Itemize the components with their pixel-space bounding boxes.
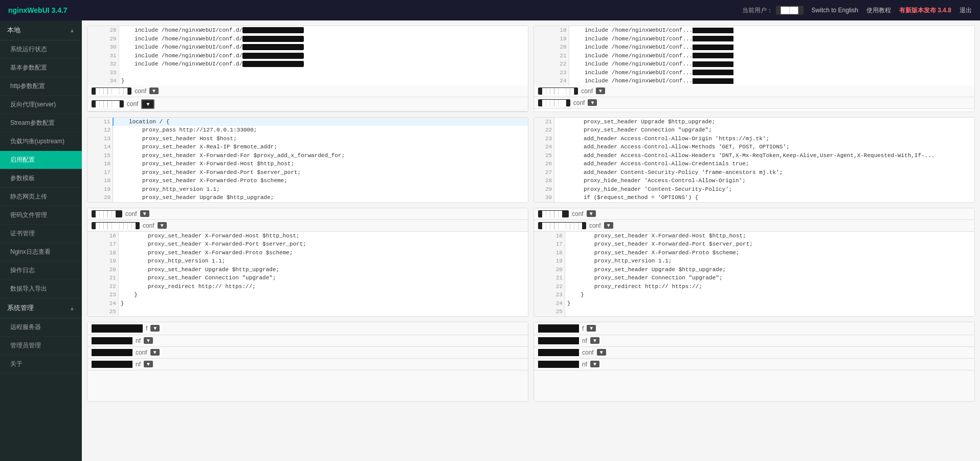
- panel-dropdown-btn-2[interactable]: ▼: [141, 99, 154, 109]
- sidebar-item-stream-config[interactable]: Stream参数配置: [0, 114, 82, 133]
- chevron-up-icon: ▲: [70, 28, 75, 33]
- panel-name-redacted-2: ██████: [92, 100, 124, 107]
- table-row: 20 proxy_set_header Upgrade $http_upgrad…: [87, 266, 528, 274]
- panel-name-redacted-1: ████████: [92, 87, 131, 95]
- panel-subheader-right: ██████ conf ▼: [534, 97, 974, 109]
- sidebar-item-op-log[interactable]: 操作日志: [0, 261, 82, 280]
- panel-name-redacted-14: [538, 337, 579, 344]
- conf-label-10: nf: [136, 337, 141, 344]
- header-user: 当前用户： ████: [742, 6, 804, 15]
- table-row: 12 proxy_pass http://127.0.0.1:33000;: [87, 126, 528, 135]
- code-area-mid-right[interactable]: 21 proxy_set_header Upgrade $http_upgrad…: [534, 118, 974, 202]
- panel-subheader-second-right: ██████████ conf ▼: [534, 220, 974, 232]
- sidebar-section-system-label: 系统管理: [7, 303, 34, 313]
- new-version-btn[interactable]: 有新版本发布 3.4.8: [899, 6, 951, 15]
- panel-name-redacted-10: [92, 337, 132, 344]
- panel-dropdown-btn-11[interactable]: ▼: [150, 349, 160, 356]
- panel-header-bottom-left-4: nf ▼: [87, 359, 528, 370]
- sidebar-item-remote-server[interactable]: 远程服务器: [0, 318, 82, 337]
- panel-dropdown-btn-13[interactable]: ▼: [587, 325, 596, 332]
- sidebar-item-basic-config[interactable]: 基本参数配置: [0, 59, 82, 77]
- sidebar-item-param-template[interactable]: 参数模板: [0, 169, 82, 188]
- sidebar-item-cert-mgmt[interactable]: 证书管理: [0, 225, 82, 243]
- table-row: 25: [87, 308, 528, 316]
- table-row: 28 include /home/nginxWebUI/conf.d/: [87, 26, 528, 35]
- panel-second-right: █████ conf ▼ ██████████ conf ▼ 16 proxy_…: [533, 208, 975, 317]
- sidebar-item-load-balance[interactable]: 负载均衡(upstream): [0, 133, 82, 151]
- panel-dropdown-btn-16[interactable]: ▼: [590, 361, 599, 367]
- sidebar-section-system[interactable]: 系统管理 ▲: [0, 298, 82, 318]
- sidebar-item-about[interactable]: 关于: [0, 355, 82, 374]
- logout-btn[interactable]: 退出: [960, 6, 972, 15]
- sidebar-item-password-mgmt[interactable]: 密码文件管理: [0, 206, 82, 225]
- panel-dropdown-btn-8[interactable]: ▼: [604, 222, 613, 229]
- panel-header-top-left: ████████ conf ▼: [87, 85, 528, 97]
- conf-label-11: conf: [136, 349, 147, 356]
- table-row: 17 proxy_set_header X-Forwarded-Port $se…: [87, 168, 528, 177]
- sidebar-item-data-import[interactable]: 数据导入导出: [0, 280, 82, 298]
- panel-name-redacted-16: [538, 361, 579, 368]
- panel-mid-left: 11 location / { 12 proxy_pass http://127…: [87, 117, 528, 203]
- panel-dropdown-btn-3[interactable]: ▼: [596, 87, 605, 94]
- panel-header-top-right: ████████ conf ▼: [534, 85, 974, 97]
- table-row: 19 proxy_http_version 1.1;: [87, 257, 528, 266]
- sidebar-item-static-upload[interactable]: 静态网页上传: [0, 188, 82, 206]
- table-row: 24 }: [87, 299, 528, 308]
- code-area-second-left[interactable]: 16 proxy_set_header X-Forwarded-Host $ht…: [87, 232, 528, 316]
- table-row: 19 proxy_http_version 1.1;: [534, 257, 974, 266]
- table-row: 28 proxy_hide_header 'Access-Control-All…: [534, 177, 974, 185]
- conf-label-3: conf: [581, 87, 593, 95]
- table-row: 19 include /home/nginxWebUI/conf...: [534, 35, 974, 43]
- panel-name-redacted-15: [538, 349, 579, 356]
- table-row: 17 proxy_set_header X-Forwarded-Port $se…: [87, 240, 528, 249]
- switch-lang-btn[interactable]: Switch to English: [812, 7, 858, 14]
- panel-top-left: 28 include /home/nginxWebUI/conf.d/ 29 i…: [87, 26, 528, 112]
- panel-dropdown-btn-9[interactable]: ▼: [150, 325, 160, 332]
- table-row: 16 proxy_set_header X-Forwarded-Host $ht…: [87, 160, 528, 168]
- conf-label-13: f: [582, 325, 584, 332]
- conf-label-14: nf: [582, 337, 587, 344]
- panel-name-redacted-4: ██████: [538, 99, 570, 106]
- sidebar-item-system-status[interactable]: 系统运行状态: [0, 40, 82, 59]
- conf-label-4: conf: [573, 99, 585, 106]
- code-area-top-right[interactable]: 18 include /home/nginxWebUI/conf... 19 i…: [534, 26, 974, 85]
- panel-dropdown-btn-15[interactable]: ▼: [597, 349, 606, 356]
- conf-label-9: f: [146, 325, 147, 332]
- sidebar-item-reverse-proxy[interactable]: 反向代理(server): [0, 96, 82, 114]
- code-area-second-right[interactable]: 16 proxy_set_header X-Forwarded-Host $ht…: [534, 232, 974, 316]
- panel-bottom-right: f ▼ nf ▼ conf ▼ nf ▼: [533, 322, 975, 402]
- sidebar-section-local[interactable]: 本地 ▲: [0, 20, 82, 40]
- bottom-right-spacer: [534, 370, 974, 401]
- panel-dropdown-btn-7[interactable]: ▼: [587, 210, 596, 217]
- table-row: 30 if ($request_method = 'OPTIONS') {: [534, 193, 974, 202]
- tutorial-btn[interactable]: 使用教程: [866, 6, 891, 15]
- sidebar-item-http-config[interactable]: http参数配置: [0, 77, 82, 96]
- panel-dropdown-btn-5[interactable]: ▼: [140, 210, 149, 217]
- layout: 本地 ▲ 系统运行状态 基本参数配置 http参数配置 反向代理(server)…: [0, 20, 980, 461]
- panel-header-bottom-right-4: nf ▼: [534, 359, 974, 370]
- conf-label-15: conf: [582, 349, 594, 356]
- table-row: 17 proxy_set_header X-Forwarded-Port $se…: [534, 240, 974, 249]
- table-row: 21 proxy_set_header Connection "upgrade"…: [534, 274, 974, 282]
- table-row: 23 add_header Access-Control-Allow-Origi…: [534, 135, 974, 143]
- panel-dropdown-btn-6[interactable]: ▼: [158, 222, 167, 229]
- panel-dropdown-btn-14[interactable]: ▼: [590, 337, 599, 344]
- panel-dropdown-btn-10[interactable]: ▼: [144, 337, 153, 344]
- panel-name-redacted-9: [92, 324, 143, 333]
- panel-dropdown-btn-1[interactable]: ▼: [149, 87, 159, 94]
- code-area-mid-left[interactable]: 11 location / { 12 proxy_pass http://127…: [87, 118, 528, 202]
- sidebar-item-active-config[interactable]: 启用配置: [0, 151, 82, 169]
- panel-subheader-second-left: ██████████ conf ▼: [87, 220, 528, 232]
- sidebar-item-nginx-log[interactable]: Nginx日志查看: [0, 243, 82, 261]
- sidebar-item-admin-mgmt[interactable]: 管理员管理: [0, 337, 82, 355]
- code-area-top-left[interactable]: 28 include /home/nginxWebUI/conf.d/ 29 i…: [87, 26, 528, 85]
- panel-dropdown-btn-4[interactable]: ▼: [588, 99, 597, 106]
- user-value: ████: [776, 6, 804, 15]
- panel-dropdown-btn-12[interactable]: ▼: [144, 361, 153, 367]
- table-row: 18 proxy_set_header X-Forwarded-Proto $s…: [87, 249, 528, 257]
- table-row: 25: [534, 308, 974, 316]
- table-row: 27 add_header Content-Security-Policy 'f…: [534, 168, 974, 177]
- table-row: 33: [87, 69, 528, 77]
- panel-mid-right: 21 proxy_set_header Upgrade $http_upgrad…: [533, 117, 975, 203]
- table-row: 21 include /home/nginxWebUI/conf...: [534, 52, 974, 60]
